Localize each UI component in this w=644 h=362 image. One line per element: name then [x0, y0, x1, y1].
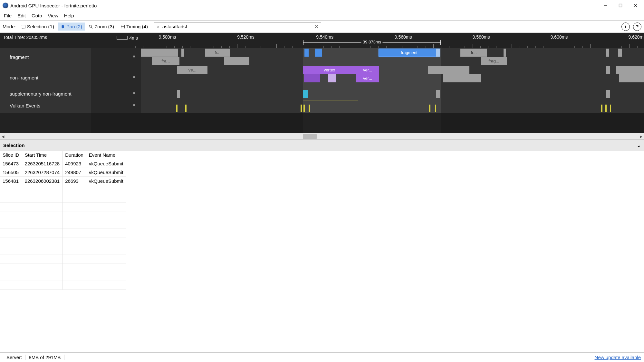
maximize-button[interactable] [613, 0, 628, 11]
search-box[interactable]: ⌕ ✕ [154, 22, 321, 31]
menu-view[interactable]: View [45, 12, 61, 20]
column-header[interactable]: Slice ID [0, 151, 22, 159]
track-lane[interactable] [141, 89, 644, 98]
scroll-left-icon[interactable]: ◀ [0, 133, 6, 140]
selection-title: Selection [3, 143, 25, 148]
timing-icon [120, 24, 125, 29]
timeline-tracks[interactable]: fragmentfra...fr...fragmentfr...frag...f… [0, 48, 644, 113]
vulkan-event[interactable] [601, 105, 602, 112]
update-available-link[interactable]: New update available [595, 355, 641, 360]
slice[interactable]: fr... [460, 49, 487, 57]
slice[interactable]: vertex [303, 66, 356, 74]
slice[interactable] [436, 49, 440, 57]
pin-icon[interactable] [132, 54, 136, 60]
selection-header[interactable]: Selection ⌄ [0, 139, 644, 151]
slice[interactable] [303, 90, 308, 98]
mode-timing[interactable]: Timing (4) [118, 23, 150, 31]
slice[interactable]: fra... [152, 57, 179, 65]
slice[interactable] [224, 57, 249, 65]
vulkan-event[interactable] [309, 105, 310, 112]
track-Vulkan-Events: Vulkan Events [0, 98, 644, 113]
pin-icon[interactable] [132, 103, 136, 108]
track-label: non-fragment [0, 66, 141, 89]
table-row[interactable]: 156481226320600238126693vkQueueSubmit [0, 177, 126, 185]
table-row [0, 211, 126, 220]
help-button[interactable]: ? [633, 23, 641, 31]
slice[interactable] [504, 49, 506, 57]
timeline-ruler[interactable]: Total Time: 20s052ms 4ms 39.873ms 9,500m… [0, 33, 644, 48]
pin-icon[interactable] [132, 75, 136, 80]
column-header[interactable]: Duration [62, 151, 86, 159]
timeline-hscrollbar[interactable]: ◀ ▶ [0, 133, 644, 139]
slice[interactable] [443, 74, 481, 82]
slice[interactable] [618, 49, 622, 57]
slice[interactable]: frag... [481, 57, 507, 65]
minimize-button[interactable] [598, 0, 613, 11]
mode-zoom[interactable]: Zoom (3) [86, 23, 117, 31]
status-bar: Server: 8MB of 291MB New update availabl… [0, 352, 644, 362]
chevron-down-icon[interactable]: ⌄ [637, 142, 641, 148]
slice[interactable]: ve... [177, 66, 207, 74]
info-icon: i [625, 24, 626, 29]
vulkan-event[interactable] [303, 105, 305, 112]
vulkan-event[interactable] [429, 105, 430, 112]
slice[interactable]: ver... [356, 66, 379, 74]
track-supplementary-non-fragment: supplementary non-fragment [0, 89, 644, 98]
slice[interactable] [428, 66, 470, 74]
mode-pan[interactable]: Pan (2) [58, 23, 85, 31]
vulkan-event[interactable] [435, 105, 436, 112]
menu-file[interactable]: File [1, 12, 14, 20]
slice[interactable] [606, 90, 610, 98]
track-fragment: fragmentfra...fr...fragmentfr...frag...f… [0, 48, 644, 66]
slice[interactable]: fragment [379, 49, 440, 57]
ruler-ticks[interactable]: 39.873ms 9,500ms9,520ms9,540ms9,560ms9,5… [141, 33, 644, 48]
vulkan-event[interactable] [185, 105, 187, 112]
vulkan-event[interactable] [301, 105, 302, 112]
track-lane[interactable] [141, 98, 644, 113]
track-lane[interactable]: fra...fr...fragmentfr...frag...fragment [141, 48, 644, 66]
total-time-label: Total Time: 20s052ms [3, 35, 47, 40]
slice[interactable]: vertex [616, 66, 644, 74]
table-row[interactable]: 1565052263207287074249807vkQueueSubmit [0, 168, 126, 177]
mode-selection-label: Selection (1) [27, 24, 54, 29]
slice[interactable] [606, 66, 610, 74]
clear-search-icon[interactable]: ✕ [314, 23, 321, 30]
slice[interactable] [304, 49, 308, 57]
measure-bar: 39.873ms [303, 40, 441, 45]
vulkan-event[interactable] [610, 105, 611, 112]
slice[interactable] [315, 49, 322, 57]
menu-help[interactable]: Help [62, 12, 77, 20]
menu-goto[interactable]: Goto [29, 12, 45, 20]
scroll-thumb[interactable] [303, 134, 317, 139]
titlebar: Android GPU Inspector - fortnite.perfett… [0, 0, 644, 11]
window-title: Android GPU Inspector - fortnite.perfett… [10, 3, 97, 8]
info-button[interactable]: i [621, 23, 630, 31]
timeline[interactable]: Total Time: 20s052ms 4ms 39.873ms 9,500m… [0, 33, 644, 139]
slice[interactable] [177, 90, 180, 98]
track-lane[interactable]: ve...vertexver...ver...vertex [141, 66, 644, 89]
column-header[interactable]: Start Time [22, 151, 62, 159]
slice[interactable]: ver... [356, 74, 379, 82]
pin-icon[interactable] [132, 91, 136, 97]
search-input[interactable] [160, 23, 314, 31]
slice[interactable]: fr... [205, 49, 230, 57]
close-button[interactable] [628, 0, 643, 11]
svg-line-6 [91, 27, 92, 28]
table-row[interactable]: 1564732263205116728409923vkQueueSubmit [0, 159, 126, 168]
column-header[interactable]: Event Name [86, 151, 126, 159]
slice[interactable] [606, 49, 609, 57]
slice[interactable] [619, 74, 644, 82]
mode-zoom-label: Zoom (3) [94, 24, 114, 29]
vulkan-event[interactable] [176, 105, 178, 112]
slice[interactable] [304, 74, 320, 82]
mode-selection[interactable]: Selection (1) [19, 23, 57, 31]
measure-label: 39.873ms [361, 40, 382, 44]
scroll-right-icon[interactable]: ▶ [638, 133, 644, 140]
slice[interactable] [436, 90, 440, 98]
vulkan-event[interactable] [605, 105, 607, 112]
slice[interactable] [328, 74, 336, 82]
slice[interactable] [141, 49, 177, 57]
menu-edit[interactable]: Edit [15, 12, 28, 20]
slice[interactable] [175, 49, 178, 57]
slice[interactable] [181, 49, 184, 57]
